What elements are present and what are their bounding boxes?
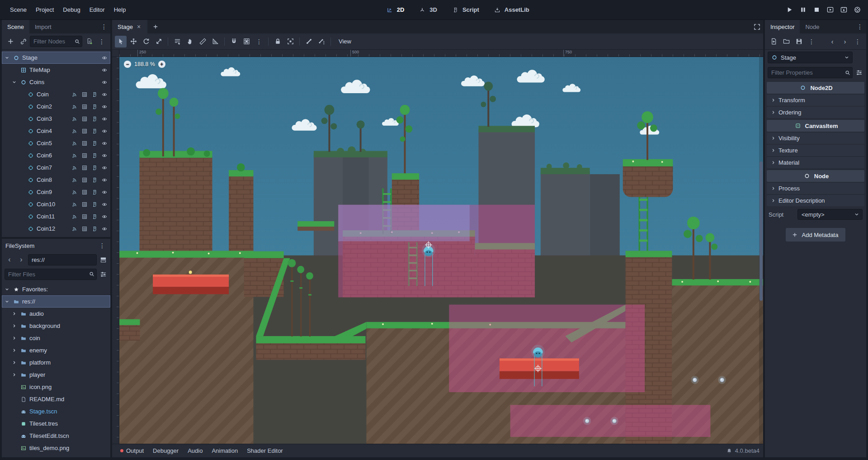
group-badge-icon[interactable]	[80, 212, 89, 221]
menu-scene[interactable]: Scene	[5, 3, 31, 17]
collapse-arrow-icon[interactable]	[4, 299, 10, 304]
inspector-group-ordering[interactable]: Ordering	[767, 107, 864, 118]
script-badge-icon[interactable]	[90, 237, 99, 237]
group-badge-icon[interactable]	[80, 224, 89, 233]
scene-node-coin11[interactable]: Coin11	[2, 210, 110, 223]
scene-node-coin5[interactable]: Coin5	[2, 137, 110, 149]
menu-debug[interactable]: Debug	[58, 3, 85, 17]
script-value-dropdown[interactable]: <empty>	[797, 209, 863, 220]
open-node-docs-icon[interactable]	[854, 53, 863, 62]
signal-badge-icon[interactable]	[70, 200, 79, 209]
scene-node-coin[interactable]: Coin	[2, 88, 110, 100]
menu-help[interactable]: Help	[109, 3, 131, 17]
inspector-tab-inspector[interactable]: Inspector	[765, 20, 800, 33]
zoom-in-button[interactable]: +	[158, 61, 165, 68]
group-badge-icon[interactable]	[80, 114, 89, 123]
smart-snap-tool-button[interactable]	[228, 36, 240, 47]
menu-project[interactable]: Project	[31, 3, 58, 17]
expand-arrow-icon[interactable]	[11, 336, 18, 341]
eye-badge-icon[interactable]	[100, 66, 108, 74]
group-badge-icon[interactable]	[80, 151, 89, 160]
script-badge-icon[interactable]	[90, 114, 99, 123]
history-list-button[interactable]: ⋮	[852, 36, 863, 47]
notification-bell-icon[interactable]	[726, 447, 733, 455]
expand-arrow-icon[interactable]	[11, 323, 18, 328]
eye-badge-icon[interactable]	[100, 163, 108, 172]
scene-node-coin12[interactable]: Coin12	[2, 223, 110, 235]
menu-editor[interactable]: Editor	[85, 3, 109, 17]
expand-arrow-icon[interactable]	[11, 311, 18, 316]
bottom-tab-debugger[interactable]: Debugger	[148, 444, 183, 457]
inspector-group-transform[interactable]: Transform	[767, 95, 864, 106]
inspector-tab-node[interactable]: Node	[800, 20, 825, 33]
fs-filter-input[interactable]	[5, 271, 96, 278]
resource-extra-options-button[interactable]: ⋮	[806, 36, 817, 47]
list-select-tool-button[interactable]	[171, 36, 183, 47]
signal-badge-icon[interactable]	[70, 163, 79, 172]
scene-node-coin10[interactable]: Coin10	[2, 198, 110, 210]
scene-node-coin6[interactable]: Coin6	[2, 149, 110, 161]
skeleton-options-tool-button[interactable]	[316, 36, 327, 47]
viewport-scrollbar[interactable]	[759, 57, 763, 444]
workspace-3d[interactable]: 3D	[413, 3, 442, 17]
script-badge-icon[interactable]	[90, 163, 99, 172]
script-badge-icon[interactable]	[90, 127, 99, 135]
signal-badge-icon[interactable]	[70, 188, 79, 196]
workspace-script[interactable]: Script	[446, 3, 484, 17]
movie-maker-button-icon[interactable]	[852, 5, 863, 15]
scene-tab-import[interactable]: Import	[29, 20, 57, 33]
play-button-icon[interactable]	[784, 5, 795, 15]
scene-node-coins[interactable]: Coins	[2, 76, 110, 88]
script-badge-icon[interactable]	[90, 212, 99, 221]
view-menu-button[interactable]: View	[334, 36, 356, 47]
fs-path-input[interactable]	[28, 256, 96, 263]
group-sel-tool-button[interactable]	[284, 36, 296, 47]
file-item-readme-md[interactable]: README.md	[2, 393, 110, 405]
file-item-background[interactable]: background	[2, 320, 110, 332]
inspector-group-process[interactable]: Process	[767, 183, 864, 194]
script-badge-icon[interactable]	[90, 200, 99, 209]
stop-button-icon[interactable]	[811, 5, 822, 15]
group-badge-icon[interactable]	[80, 139, 89, 147]
bottom-tab-output[interactable]: Output	[116, 444, 148, 457]
object-selector[interactable]: Stage	[768, 52, 853, 63]
script-badge-icon[interactable]	[90, 188, 99, 196]
split-view-icon[interactable]	[99, 255, 108, 264]
script-badge-icon[interactable]	[90, 90, 99, 99]
scene-node-coin3[interactable]: Coin3	[2, 113, 110, 125]
eye-badge-icon[interactable]	[100, 237, 108, 237]
fs-back-icon[interactable]: ‹	[5, 255, 14, 265]
signal-badge-icon[interactable]	[70, 175, 79, 184]
lock-tool-button[interactable]	[272, 36, 283, 47]
expand-arrow-icon[interactable]	[11, 360, 18, 365]
scrollbar-thumb[interactable]	[760, 161, 763, 301]
scene-node-coin7[interactable]: Coin7	[2, 161, 110, 174]
signal-badge-icon[interactable]	[70, 114, 79, 123]
scene-extra-options-button[interactable]: ⋮	[96, 36, 108, 47]
workspace-2d[interactable]: 2D	[381, 3, 409, 17]
inspector-group-visibility[interactable]: Visibility	[767, 133, 864, 144]
script-badge-icon[interactable]	[90, 102, 99, 111]
collapse-arrow-icon[interactable]	[4, 287, 10, 292]
attach-script-button[interactable]	[83, 36, 95, 47]
script-badge-icon[interactable]	[90, 139, 99, 147]
history-forward-button[interactable]: ›	[839, 36, 851, 47]
pan-tool-button[interactable]	[184, 36, 196, 47]
eye-badge-icon[interactable]	[100, 90, 108, 99]
panel-menu-icon[interactable]: ⋮	[98, 241, 107, 250]
signal-badge-icon[interactable]	[70, 139, 79, 147]
eye-badge-icon[interactable]	[100, 188, 108, 196]
bottom-tab-audio[interactable]: Audio	[183, 444, 207, 457]
property-filter-input[interactable]	[768, 69, 852, 76]
select-tool-button[interactable]	[115, 36, 127, 47]
group-badge-icon[interactable]	[80, 237, 89, 237]
grid-snap-tool-button[interactable]	[241, 36, 252, 47]
scene-node-coin13[interactable]: Coin13	[2, 235, 110, 237]
close-tab-icon[interactable]: ×	[136, 24, 142, 30]
script-badge-icon[interactable]	[90, 175, 99, 184]
file-item-platform[interactable]: platform	[2, 356, 110, 369]
scene-node-coin8[interactable]: Coin8	[2, 174, 110, 186]
script-badge-icon[interactable]	[90, 224, 99, 233]
signal-badge-icon[interactable]	[70, 212, 79, 221]
fs-forward-icon[interactable]: ›	[16, 255, 26, 265]
